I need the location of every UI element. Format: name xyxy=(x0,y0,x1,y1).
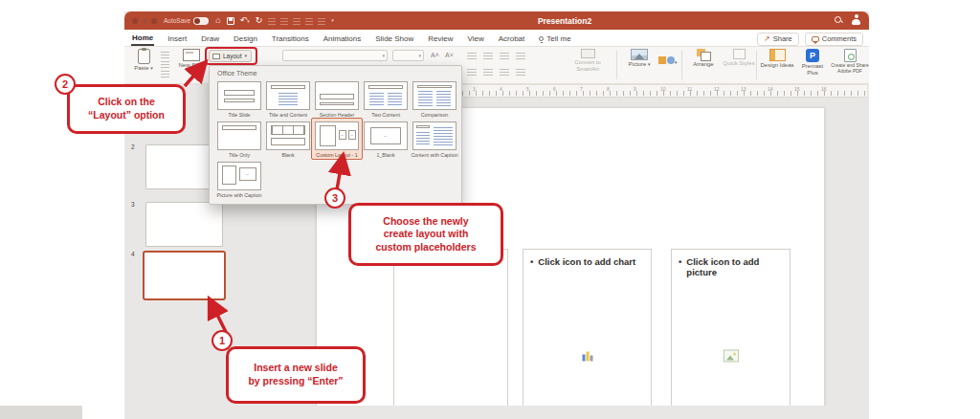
insert-picture-icon[interactable] xyxy=(724,350,739,363)
undo-icon[interactable]: ↶▾ xyxy=(240,16,250,25)
document-title: Presentation2 xyxy=(519,16,611,26)
autosave-switch-icon[interactable] xyxy=(193,17,209,25)
clipboard-icon xyxy=(138,49,150,64)
increase-font-size-icon[interactable]: A˄ xyxy=(431,52,439,58)
paragraph-tools-row1 xyxy=(467,52,525,59)
slide-thumbnail-3[interactable] xyxy=(145,202,223,247)
layout-option-two-content[interactable] xyxy=(364,81,408,110)
toolbar-icon xyxy=(305,17,313,25)
shapes-button[interactable]: ▾ xyxy=(658,51,679,68)
picture-button[interactable]: Picture ▾ xyxy=(622,49,657,68)
cut-icon[interactable] xyxy=(161,52,169,58)
toolbar-overflow-icon[interactable]: ▾ xyxy=(331,18,334,23)
layout-option-comparison[interactable] xyxy=(412,81,457,110)
toolbar-icon xyxy=(293,17,301,25)
save-icon[interactable] xyxy=(227,17,234,25)
line-spacing-icon[interactable] xyxy=(516,52,525,59)
copy-icon[interactable] xyxy=(161,61,169,68)
window-controls[interactable] xyxy=(132,18,157,24)
design-ideas-icon xyxy=(769,49,786,61)
tab-slide-show[interactable]: Slide Show xyxy=(374,32,414,45)
layout-gallery-dropdown: Office Theme Title Slide Title and Conte… xyxy=(209,65,462,205)
slide-thumbnail-4-selected[interactable] xyxy=(143,251,226,300)
share-button[interactable]: ↗ Share xyxy=(757,33,799,46)
smartart-icon xyxy=(581,49,595,58)
toolbar-icon xyxy=(268,17,276,25)
layout-option-blank[interactable] xyxy=(266,121,310,150)
picture-placeholder[interactable]: • Click icon to add picture xyxy=(671,249,791,419)
tab-view[interactable]: View xyxy=(467,32,485,45)
share-icon: ↗ xyxy=(764,35,770,43)
quick-access-toolbar: ⌂ ↶▾ ↻ ▾ xyxy=(215,16,334,25)
home-icon[interactable]: ⌂ xyxy=(215,16,220,25)
layout-option-title-and-content[interactable] xyxy=(266,81,310,110)
tab-draw[interactable]: Draw xyxy=(200,32,220,45)
align-left-icon[interactable] xyxy=(467,68,477,76)
bullets-icon[interactable] xyxy=(467,52,477,59)
callout-step-3: Choose the newly create layout with cust… xyxy=(348,203,503,266)
quick-styles-icon xyxy=(733,49,746,59)
tab-animations[interactable]: Animations xyxy=(323,32,363,45)
adobe-pdf-button[interactable]: Create and ShareAdobe PDF xyxy=(831,49,869,75)
autosave-toggle[interactable]: AutoSave xyxy=(164,17,209,25)
layout-option-custom-layout-1[interactable]: ~ ~ xyxy=(315,121,359,150)
convert-smartart-button[interactable]: Convert to SmartArt xyxy=(563,49,612,73)
title-bar: AutoSave ⌂ ↶▾ ↻ ▾ Presentation2 xyxy=(124,11,869,30)
callout-step-2: Click on the “Layout” option xyxy=(67,84,186,134)
zoom-window-icon[interactable] xyxy=(151,18,157,24)
workspace-bottom xyxy=(124,406,869,419)
layout-option-picture-with-caption[interactable]: ~ xyxy=(217,162,261,190)
quick-styles-button[interactable]: Quick Styles xyxy=(722,49,756,67)
slide-number: 4 xyxy=(131,251,135,257)
screenshot-page: AutoSave ⌂ ↶▾ ↻ ▾ Presentation2 xyxy=(0,0,980,419)
tab-review[interactable]: Review xyxy=(427,32,454,45)
decrease-font-size-icon[interactable]: A˅ xyxy=(445,52,454,58)
arrange-icon xyxy=(697,49,710,60)
page-corner-fragment xyxy=(0,406,82,419)
arrange-button[interactable]: Arrange xyxy=(687,49,720,68)
search-icon[interactable] xyxy=(835,16,842,24)
tab-acrobat[interactable]: Acrobat xyxy=(498,32,526,45)
redo-icon[interactable]: ↻ xyxy=(256,16,263,25)
font-size-select[interactable] xyxy=(392,50,424,61)
picture-icon xyxy=(631,49,648,60)
comments-button[interactable]: Comments xyxy=(805,33,863,46)
layout-option-section-header[interactable] xyxy=(315,81,359,110)
layout-option-title-slide[interactable] xyxy=(217,81,261,110)
minimize-window-icon[interactable] xyxy=(142,18,147,24)
numbering-icon[interactable] xyxy=(483,52,493,59)
toolbar-icon xyxy=(318,17,325,25)
layout-option-1-blank[interactable]: ~ xyxy=(364,121,408,150)
text-direction-icon[interactable] xyxy=(516,68,525,76)
content-placeholder-1[interactable] xyxy=(393,249,508,419)
premast-plus-button[interactable]: P Premast Plus xyxy=(796,49,829,77)
close-window-icon[interactable] xyxy=(132,18,138,24)
tab-tell-me[interactable]: Tell me xyxy=(538,32,571,45)
design-ideas-button[interactable]: Design Ideas xyxy=(760,49,794,69)
indent-icon[interactable] xyxy=(500,52,509,59)
tab-transitions[interactable]: Transitions xyxy=(271,32,310,45)
paste-button[interactable]: Paste ▾ xyxy=(130,49,157,72)
layout-highlight-annotation xyxy=(205,47,257,65)
align-center-icon[interactable] xyxy=(483,68,493,76)
pdf-document-icon xyxy=(844,49,857,62)
toolbar-icon xyxy=(280,17,288,25)
layout-option-content-with-caption[interactable] xyxy=(412,121,457,150)
format-painter-icon[interactable] xyxy=(161,71,169,77)
account-avatar[interactable] xyxy=(851,14,861,25)
bullet-glyph: • xyxy=(679,256,681,277)
comment-icon xyxy=(812,36,819,42)
circle-shape-icon xyxy=(667,56,675,64)
tab-design[interactable]: Design xyxy=(233,32,258,45)
insert-chart-icon[interactable] xyxy=(582,351,592,362)
bullet-glyph: • xyxy=(530,256,533,267)
layout-option-title-only[interactable] xyxy=(217,121,261,150)
tab-home[interactable]: Home xyxy=(131,31,154,46)
chart-placeholder[interactable]: • Click icon to add chart xyxy=(523,249,652,419)
font-name-select[interactable] xyxy=(282,50,388,61)
columns-icon[interactable] xyxy=(500,68,509,76)
tab-insert[interactable]: Insert xyxy=(167,32,188,45)
callout-badge-3: 3 xyxy=(324,187,345,209)
new-slide-button[interactable]: New Slide xyxy=(176,49,207,69)
lightbulb-icon xyxy=(539,36,544,41)
